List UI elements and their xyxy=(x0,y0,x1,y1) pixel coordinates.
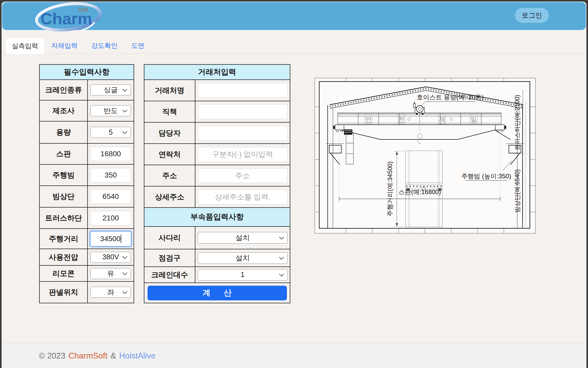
capacity-select[interactable]: 5 xyxy=(90,127,131,138)
client-name-input[interactable] xyxy=(198,83,287,98)
contact-person-input[interactable] xyxy=(198,126,287,140)
table-row: 리모콘 유 xyxy=(40,265,134,281)
panel-position-select[interactable]: 좌 xyxy=(90,287,131,298)
app-header: Charm Soft 로그인 xyxy=(2,2,586,30)
table-row: 스판 xyxy=(40,143,134,164)
app-page: Charm Soft 로그인 실측입력 자재입력 강도확인 도면 필수입력사항 … xyxy=(2,2,586,368)
row-label: 크레인대수 xyxy=(144,267,195,283)
table-row: 연락처 xyxy=(144,143,290,165)
chevron-down-icon xyxy=(279,271,284,276)
table-row: 직책 xyxy=(144,101,290,122)
table-row: 크레인대수 1 xyxy=(144,266,290,283)
client-table-title: 거래처입력 xyxy=(144,65,290,79)
table-row: 주소 xyxy=(144,165,290,186)
span-label: 스판(예:16800) xyxy=(398,188,441,195)
row-label: 용량 xyxy=(40,122,88,143)
chevron-down-icon xyxy=(122,254,127,259)
row-label: 트러스하단 xyxy=(40,208,88,228)
row-label: 점검구 xyxy=(144,249,195,266)
hoistalive-link[interactable]: HoistAlive xyxy=(119,351,155,361)
row-label: 제조사 xyxy=(40,100,88,121)
row-label: 리모콘 xyxy=(40,266,88,281)
row-label: 직책 xyxy=(144,101,195,122)
row-label: 주행거리 xyxy=(40,229,88,249)
table-row: 용량 5 xyxy=(40,121,134,143)
table-row: 담당자 xyxy=(144,122,290,143)
chevron-down-icon xyxy=(122,108,127,112)
chevron-down-icon xyxy=(279,255,284,259)
svg-text:안: 안 xyxy=(365,116,372,123)
truss-bottom-input[interactable] xyxy=(90,211,131,225)
chevron-down-icon xyxy=(122,270,127,275)
table-row: 주행빔 xyxy=(40,164,134,185)
chevron-down-icon xyxy=(122,289,127,294)
row-label: 담당자 xyxy=(144,123,195,143)
phone-input[interactable] xyxy=(198,147,287,162)
charmsoft-logo: Charm Soft xyxy=(28,2,107,34)
voltage-select[interactable]: 380V xyxy=(90,252,131,263)
runway-beam-label: 주행빔 (높이:350) xyxy=(461,173,511,180)
row-label: 사다리 xyxy=(144,227,195,249)
calculate-button[interactable]: 계 산 xyxy=(148,286,287,300)
remote-control-select[interactable]: 유 xyxy=(90,268,131,279)
table-row: 점검구 설치 xyxy=(144,249,290,266)
beam-top-input[interactable] xyxy=(90,189,131,204)
chevron-down-icon xyxy=(279,235,284,239)
crane-count-select[interactable]: 1 xyxy=(198,269,288,281)
row-label: 주행빔 xyxy=(40,165,88,185)
svg-text:제: 제 xyxy=(439,116,445,123)
table-row: 사용전압 380V xyxy=(40,249,134,265)
runway-beam-input[interactable] xyxy=(90,168,131,182)
truss-bottom-label: 트러스하단(예:2100) xyxy=(514,95,521,150)
ladder-select[interactable]: 설치 xyxy=(198,232,288,244)
hoist-capacity-label: 호이스트 용량(예: 20톤) xyxy=(417,94,484,101)
inspection-door-select[interactable]: 설치 xyxy=(198,252,288,264)
charmsoft-link[interactable]: CharmSoft xyxy=(68,351,107,361)
table-row: 트러스하단 xyxy=(40,207,134,228)
login-button[interactable]: 로그인 xyxy=(515,8,549,23)
row-label: 주소 xyxy=(144,165,195,186)
tab-drawing[interactable]: 도면 xyxy=(124,38,151,54)
crane-drawing: 안 전 제 일 xyxy=(315,78,536,234)
table-row: 상세주소 xyxy=(144,186,290,207)
text-cursor xyxy=(121,235,121,243)
address-detail-input[interactable] xyxy=(198,190,287,204)
tab-measure-input[interactable]: 실측입력 xyxy=(6,38,44,54)
svg-text:전: 전 xyxy=(398,116,404,123)
table-row: 계 산 xyxy=(144,283,290,303)
chevron-down-icon xyxy=(122,129,127,134)
table-row: 크레인종류 싱글 xyxy=(40,79,134,100)
row-label: 연락처 xyxy=(144,144,195,165)
tab-bar: 실측입력 자재입력 강도확인 도면 xyxy=(2,38,586,54)
table-row: 주행거리 34500 xyxy=(40,228,134,249)
logo-text-sub: Soft xyxy=(78,6,88,13)
svg-text:일: 일 xyxy=(470,116,477,123)
table-row: 판넬위치 좌 xyxy=(40,281,134,303)
row-label: 판넬위치 xyxy=(40,282,88,303)
tab-strength-check[interactable]: 강도확인 xyxy=(84,38,124,54)
page-footer: © 2023 CharmSoft & HoistAlive xyxy=(2,343,586,368)
ampersand: & xyxy=(111,351,116,361)
span-input[interactable] xyxy=(90,147,131,161)
table-row: 사다리 설치 xyxy=(144,226,290,249)
beam-top-label: 빔상단(예:6540) xyxy=(514,169,521,213)
required-table-title: 필수입력사항 xyxy=(40,65,134,79)
row-label: 사용전압 xyxy=(40,249,88,265)
client-input-table: 거래처입력 거래처명 직책 담당자 연락처 주소 상세주소 부속품입력사항 사다… xyxy=(144,64,290,303)
table-row: 빔상단 xyxy=(40,185,134,207)
run-distance-input[interactable]: 34500 xyxy=(90,231,131,247)
job-title-input[interactable] xyxy=(198,104,287,119)
crane-type-select[interactable]: 싱글 xyxy=(90,84,131,95)
row-label: 상세주소 xyxy=(144,186,195,207)
required-input-table: 필수입력사항 크레인종류 싱글 제조사 반도 용량 5 스판 주행빔 xyxy=(39,64,134,303)
row-label: 거래처명 xyxy=(144,80,195,101)
tab-material-input[interactable]: 자재입력 xyxy=(44,38,84,54)
copyright-text: © 2023 xyxy=(39,351,65,361)
row-label: 스판 xyxy=(40,144,88,164)
row-label: 크레인종류 xyxy=(40,80,88,100)
address-input[interactable] xyxy=(198,168,287,183)
screen: Charm Soft 로그인 실측입력 자재입력 강도확인 도면 필수입력사항 … xyxy=(0,0,588,368)
table-row: 제조사 반도 xyxy=(40,100,134,121)
accessories-table-title: 부속품입력사항 xyxy=(144,207,290,226)
manufacturer-select[interactable]: 반도 xyxy=(90,105,131,116)
